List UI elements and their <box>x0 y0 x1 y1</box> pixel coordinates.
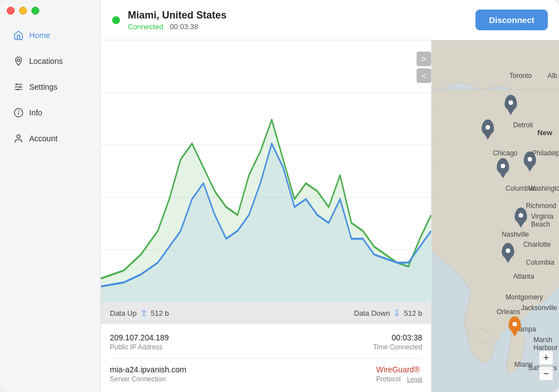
pin-dot-charlotte <box>519 213 523 218</box>
status-time: 00:03:38 <box>170 22 198 31</box>
account-icon <box>13 133 24 144</box>
bandwidth-chart <box>101 40 431 302</box>
chart-area: > < <box>101 40 431 302</box>
data-stats-bar: Data Up ⇧ 512 b Data Down ⇩ 512 b <box>101 302 431 324</box>
protocol-value: WireGuard® <box>376 365 422 374</box>
map-pin-miami[interactable] <box>509 316 521 332</box>
info-panel: 209.107.204.189 Public IP Address 00:03:… <box>101 324 431 392</box>
server-protocol-row: mia-a24.ipvanish.com Server Connection W… <box>110 365 422 383</box>
pin-body-charlotte <box>515 207 527 223</box>
pin-dot-detroit <box>509 100 513 105</box>
time-col: 00:03:38 Time Connected <box>373 333 422 351</box>
pin-body-detroit <box>505 95 517 110</box>
sidebar-item-locations[interactable]: Locations <box>4 49 96 73</box>
svg-point-0 <box>17 59 20 62</box>
svg-point-4 <box>16 84 18 85</box>
connection-info: Miami, United States Connected 00:03:38 <box>128 10 468 31</box>
svg-point-10 <box>17 135 20 138</box>
server-connection-value: mia-a24.ipvanish.com <box>110 365 186 374</box>
info-icon <box>13 108 24 118</box>
sidebar-item-info[interactable]: Info <box>4 101 96 124</box>
map-pin-atlanta[interactable] <box>502 243 514 259</box>
maximize-button[interactable] <box>31 7 39 15</box>
sidebar-locations-label: Locations <box>29 57 63 66</box>
data-up-value: 512 b <box>151 309 169 317</box>
sidebar-item-account[interactable]: Account <box>4 127 96 150</box>
collapse-chart-button[interactable]: < <box>417 68 431 83</box>
pin-body-atlanta <box>502 243 514 259</box>
svg-point-5 <box>20 86 21 88</box>
data-up-label: Data Up <box>110 309 137 317</box>
pin-dot-atlanta <box>506 248 510 253</box>
minimize-button[interactable] <box>19 7 27 15</box>
sidebar-settings-label: Settings <box>29 82 58 91</box>
data-down-value: 512 b <box>404 309 422 317</box>
legal-link[interactable]: Legal <box>407 376 422 382</box>
time-connected-label: Time Connected <box>373 343 422 351</box>
map-pin-detroit[interactable] <box>505 95 517 110</box>
server-col: mia-a24.ipvanish.com Server Connection <box>110 365 186 383</box>
pin-dot-washington <box>528 157 532 162</box>
protocol-col: WireGuard® Protocol Legal <box>376 365 422 383</box>
zoom-out-button[interactable]: − <box>539 366 553 381</box>
ip-time-row: 209.107.204.189 Public IP Address 00:03:… <box>110 333 422 351</box>
content-area: Miami, United States Connected 00:03:38 … <box>101 0 559 392</box>
map-pin-columbus[interactable] <box>497 158 509 174</box>
map-area: Toronto Detroit Philadelphia New Chicago… <box>432 40 559 392</box>
traffic-lights <box>7 7 39 15</box>
content-body: > < Data Up ⇧ 512 b Data Down <box>101 40 559 392</box>
data-up-stat: Data Up ⇧ 512 b <box>110 308 169 319</box>
connection-status-dot <box>112 16 120 24</box>
close-button[interactable] <box>7 7 15 15</box>
disconnect-button[interactable]: Disconnect <box>475 10 548 30</box>
map-background <box>432 40 559 392</box>
pin-body-washington <box>524 151 536 167</box>
ip-address-label: Public IP Address <box>110 343 169 351</box>
svg-point-6 <box>17 89 19 90</box>
pin-body-columbus <box>497 158 509 174</box>
connection-status-row: Connected 00:03:38 <box>128 22 468 31</box>
sidebar-info-label: Info <box>29 108 42 117</box>
sidebar: Home Locations <box>0 0 101 392</box>
ip-address-value: 209.107.204.189 <box>110 333 169 342</box>
connection-header: Miami, United States Connected 00:03:38 … <box>101 0 559 40</box>
protocol-label: Protocol Legal <box>376 375 422 383</box>
left-panel: > < Data Up ⇧ 512 b Data Down <box>101 40 432 392</box>
main-layout: Home Locations <box>0 0 559 392</box>
sidebar-item-home[interactable]: Home <box>4 24 96 47</box>
info-divider <box>110 358 422 358</box>
map-pin-charlotte[interactable] <box>515 207 527 223</box>
chart-collapse-buttons: > < <box>417 52 431 83</box>
map-pin-washington[interactable] <box>524 151 536 167</box>
home-icon <box>13 30 24 40</box>
sidebar-item-settings[interactable]: Settings <box>4 75 96 99</box>
server-connection-label: Server Connection <box>110 375 186 383</box>
zoom-in-button[interactable]: + <box>539 351 553 365</box>
pin-dot-columbus <box>501 164 505 168</box>
zoom-buttons: + − <box>539 351 553 381</box>
data-down-stat: Data Down ⇩ 512 b <box>354 308 422 319</box>
pin-dot-miami <box>512 322 517 326</box>
location-icon <box>13 56 24 66</box>
expand-chart-button[interactable]: > <box>417 52 431 66</box>
map-container: Toronto Detroit Philadelphia New Chicago… <box>432 40 559 392</box>
ip-col: 209.107.204.189 Public IP Address <box>110 333 169 351</box>
pin-body-chicago <box>482 119 494 135</box>
time-connected-value: 00:03:38 <box>373 333 422 342</box>
connection-location: Miami, United States <box>128 10 468 21</box>
pin-body-miami <box>509 316 521 332</box>
sidebar-home-label: Home <box>29 31 50 40</box>
map-pin-chicago[interactable] <box>482 119 494 135</box>
pin-dot-chicago <box>486 125 490 130</box>
status-connected-label: Connected <box>128 22 163 31</box>
down-arrow-icon: ⇩ <box>393 308 400 319</box>
sidebar-account-label: Account <box>29 134 58 143</box>
data-down-label: Data Down <box>354 309 390 317</box>
app-window: Home Locations <box>0 0 559 392</box>
up-arrow-icon: ⇧ <box>140 308 147 319</box>
settings-icon <box>13 82 24 92</box>
